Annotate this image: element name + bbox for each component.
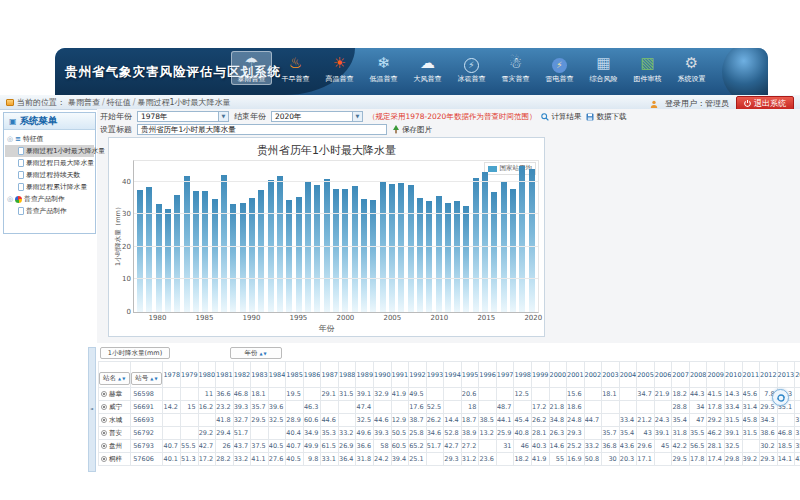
value-cell: 21.8 (549, 401, 567, 414)
value-cell: 34.8 (549, 414, 567, 427)
bar (352, 186, 358, 312)
nav-cold-icon[interactable]: ❄低温普查 (363, 51, 404, 85)
value-cell: 33.1 (321, 453, 339, 466)
value-cell: 17.6 (409, 401, 427, 414)
year-column-header: 2014 (795, 362, 800, 388)
sidebar-item[interactable]: 暴雨过程1小时最大降水量 (5, 145, 94, 157)
sidebar-item[interactable]: 暴雨过程累计降水量 (5, 181, 94, 193)
y-axis-label: 1小时降水量（mm） (114, 204, 123, 266)
value-cell: 45.4 (514, 414, 532, 427)
breadcrumb-link[interactable]: 暴雨普查 (68, 98, 100, 107)
bar (529, 169, 535, 312)
nav-hail-icon[interactable]: ⚡冰雹普查 (451, 51, 492, 85)
nav-label: 高温普查 (319, 74, 360, 84)
value-cell: 14.1 (777, 453, 795, 466)
nav-calculator-icon[interactable]: ▦综合风险 (583, 51, 624, 85)
value-cell: 32.5 (268, 414, 286, 427)
gridline (134, 213, 538, 214)
location-icon (6, 99, 14, 106)
radio-icon[interactable] (101, 404, 107, 410)
hail-icon: ⚡ (451, 53, 492, 74)
table-row: 威宁5669114.21516.223.239.335.739.646.347.… (99, 401, 800, 414)
nav-rainstorm-icon[interactable]: ☂暴雨普查 (231, 51, 272, 85)
station-name: 赫章 (109, 390, 122, 398)
year-column-header: 1987 (321, 362, 339, 388)
value-cell (619, 401, 637, 414)
chart-panel: 贵州省历年1小时最大降水量 国家站平均 01020304019801985199… (108, 137, 545, 337)
nav-settings-icon[interactable]: ⚙系统设置 (671, 51, 712, 85)
pie-icon (15, 196, 22, 203)
end-year-select[interactable]: 2020年▼ (271, 111, 363, 122)
value-cell: 44.6 (321, 414, 339, 427)
sidebar-item[interactable]: 暴雨过程持续天数 (5, 169, 94, 181)
sidebar-section-特征值[interactable]: ◎≡特征值 (5, 133, 94, 145)
y-tick-label: 0 (127, 308, 131, 316)
station-name-sort[interactable]: 站名 ▲▼ (99, 372, 130, 385)
calc-result-button[interactable]: 计算结果 (541, 112, 581, 122)
bar (342, 189, 348, 312)
radio-icon[interactable] (101, 430, 107, 436)
panel-collapse-strip[interactable]: ◄ (88, 347, 96, 472)
year-sort-chip[interactable]: 年份 ▲▼ (230, 347, 282, 359)
value-cell: 31.9 (795, 414, 800, 427)
value-cell (531, 388, 549, 401)
value-cell: 25.9 (496, 427, 514, 440)
value-cell: 35.4 (672, 414, 690, 427)
nav-heat-icon[interactable]: ☀高温普查 (319, 51, 360, 85)
value-cell: 40.1 (163, 453, 181, 466)
value-cell: 29.3 (760, 453, 778, 466)
value-cell (321, 401, 339, 414)
year-column-header: 2003 (602, 362, 620, 388)
year-column-header: 1997 (496, 362, 514, 388)
table-row: 赫章565981136.646.818.119.529.131.539.132.… (99, 388, 800, 401)
station-id-cell: 56598 (131, 388, 163, 401)
start-year-select[interactable]: 1978年▼ (137, 111, 229, 122)
sidebar-item[interactable]: 普查产品制作 (5, 205, 94, 217)
y-tick-label: 30 (122, 210, 131, 218)
breadcrumb-link[interactable]: 特征值 (107, 98, 131, 107)
x-tick-label: 2020 (524, 314, 542, 322)
bar (202, 191, 208, 312)
save-image-button[interactable]: 保存图片 (392, 125, 432, 135)
breadcrumb-link[interactable]: 暴雨过程1小时最大降水量 (137, 98, 230, 107)
value-cell: 31.2 (461, 453, 479, 466)
value-cell: 28.1 (707, 440, 725, 453)
value-cell: 24.2 (374, 453, 392, 466)
year-column-header: 1989 (356, 362, 374, 388)
value-cell: 41.9 (531, 453, 549, 466)
sidebar-item-label: 普查产品制作 (26, 206, 67, 216)
nav-lightning-icon[interactable]: ⚡雷电普查 (539, 51, 580, 85)
value-cell: 50.5 (391, 427, 409, 440)
value-cell: 9.8 (303, 453, 321, 466)
year-column-header: 2008 (689, 362, 707, 388)
radio-icon[interactable] (101, 456, 107, 462)
year-column-header: 2011 (742, 362, 760, 388)
value-cell: 56.5 (689, 440, 707, 453)
value-cell: 31.5 (724, 414, 742, 427)
radio-icon[interactable] (101, 443, 107, 449)
sidebar-item[interactable]: 暴雨过程日最大降水量 (5, 157, 94, 169)
value-cell: 18.2 (672, 388, 690, 401)
chart-title-input[interactable]: 贵州省历年1小时最大降水量 (137, 124, 387, 135)
bar (184, 176, 190, 312)
nav-map-icon[interactable]: ▧图件审核 (627, 51, 668, 85)
sidebar-section-普查产品制作[interactable]: ◎普查产品制作 (5, 193, 94, 205)
year-column-header: 1996 (479, 362, 497, 388)
data-download-button[interactable]: 数据下载 (586, 112, 626, 122)
value-cell: 29.6 (637, 440, 655, 453)
expand-icon: ◎ (7, 135, 13, 143)
nav-drought-icon[interactable]: ♨干旱普查 (275, 51, 316, 85)
value-cell: 29.1 (321, 388, 339, 401)
quantity-chip[interactable]: 1小时降水量(mm) (100, 347, 170, 359)
radio-icon[interactable] (101, 417, 107, 423)
value-cell: 51.3 (181, 453, 199, 466)
nav-wind-icon[interactable]: ☁大风普查 (407, 51, 448, 85)
value-cell: 29.3 (567, 427, 585, 440)
radio-icon[interactable] (101, 391, 107, 397)
nav-snow-icon[interactable]: ☃雪灾普查 (495, 51, 536, 85)
refresh-float-button[interactable] (772, 389, 789, 406)
y-tick-label: 20 (122, 243, 131, 251)
x-tick-label: 1985 (196, 314, 214, 322)
value-cell: 21.2 (637, 414, 655, 427)
station-id-sort[interactable]: 站号 ▲▼ (131, 372, 162, 385)
